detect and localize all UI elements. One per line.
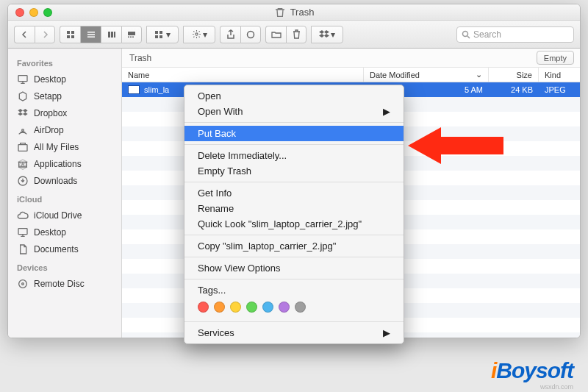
sidebar-item-airdrop[interactable]: AirDrop bbox=[8, 121, 121, 138]
tag-red[interactable] bbox=[198, 302, 209, 313]
menu-open[interactable]: Open bbox=[184, 88, 404, 104]
folder-icon bbox=[271, 30, 282, 39]
sidebar-item-remote-disc[interactable]: Remote Disc bbox=[8, 275, 121, 292]
svg-point-19 bbox=[248, 31, 254, 38]
arrange-icon bbox=[154, 30, 165, 39]
svg-rect-9 bbox=[114, 32, 115, 38]
col-date[interactable]: Date Modified⌄ bbox=[364, 68, 489, 82]
menu-put-back[interactable]: Put Back bbox=[184, 126, 404, 141]
sort-chevron-icon: ⌄ bbox=[476, 70, 482, 79]
columns-icon bbox=[107, 30, 116, 39]
menu-tags[interactable]: Tags... bbox=[184, 282, 404, 298]
tag-purple[interactable] bbox=[279, 302, 290, 313]
empty-trash-button[interactable]: Empty bbox=[537, 51, 574, 65]
apps-icon: A bbox=[17, 158, 29, 170]
col-kind[interactable]: Kind bbox=[539, 68, 580, 82]
dropbox-group: ▾ bbox=[311, 26, 343, 43]
svg-rect-2 bbox=[67, 35, 70, 38]
svg-rect-6 bbox=[87, 36, 95, 38]
list-view-button[interactable] bbox=[80, 26, 101, 43]
dropbox-button[interactable]: ▾ bbox=[311, 26, 343, 43]
svg-point-18 bbox=[195, 33, 197, 35]
sidebar-item-desktop[interactable]: Desktop bbox=[8, 71, 121, 88]
menu-services[interactable]: Services▶ bbox=[184, 325, 404, 341]
annotation-arrow-icon bbox=[408, 124, 503, 168]
chevron-right-icon bbox=[41, 31, 49, 38]
gallery-icon bbox=[127, 30, 136, 39]
trash-icon bbox=[274, 7, 286, 18]
svg-rect-26 bbox=[18, 228, 27, 234]
file-kind: JPEG bbox=[545, 85, 566, 94]
tag-yellow[interactable] bbox=[230, 302, 241, 313]
tag-gray[interactable] bbox=[295, 302, 306, 313]
tag-green[interactable] bbox=[246, 302, 257, 313]
menu-show-view-options[interactable]: Show View Options bbox=[184, 260, 404, 276]
arrange-group: ▾ bbox=[146, 26, 179, 43]
svg-point-22 bbox=[22, 129, 24, 131]
watermark: iBoysoft bbox=[491, 358, 573, 383]
tag-orange[interactable] bbox=[214, 302, 225, 313]
file-date: 5 AM bbox=[465, 85, 483, 94]
search-placeholder: Search bbox=[473, 29, 501, 40]
downloads-icon bbox=[17, 175, 29, 187]
menu-copy[interactable]: Copy "slim_laptop_carrier_2.jpg" bbox=[184, 238, 404, 254]
sidebar-item-dropbox[interactable]: Dropbox bbox=[8, 104, 121, 121]
nav-buttons bbox=[14, 26, 55, 43]
sidebar-item-icloud-documents[interactable]: Documents bbox=[8, 240, 121, 257]
col-size[interactable]: Size bbox=[489, 68, 539, 82]
arrange-button[interactable]: ▾ bbox=[146, 26, 179, 43]
disc-icon bbox=[17, 278, 29, 290]
sidebar-item-icloud-drive[interactable]: iCloud Drive bbox=[8, 207, 121, 224]
column-view-button[interactable] bbox=[101, 26, 121, 43]
dropbox-icon bbox=[17, 107, 29, 119]
column-headers: Name Date Modified⌄ Size Kind bbox=[122, 68, 580, 82]
svg-rect-12 bbox=[130, 36, 132, 38]
sidebar-item-downloads[interactable]: Downloads bbox=[8, 172, 121, 189]
menu-empty-trash[interactable]: Empty Trash bbox=[184, 163, 404, 179]
new-folder-button[interactable] bbox=[265, 26, 286, 43]
sidebar-item-allfiles[interactable]: All My Files bbox=[8, 138, 121, 155]
sidebar-item-icloud-desktop[interactable]: Desktop bbox=[8, 224, 121, 240]
svg-marker-29 bbox=[408, 127, 503, 164]
documents-icon bbox=[17, 243, 29, 255]
file-name: slim_la bbox=[144, 85, 169, 94]
share-button[interactable] bbox=[220, 26, 240, 43]
col-name[interactable]: Name bbox=[122, 68, 364, 82]
list-icon bbox=[87, 30, 96, 39]
icon-view-button[interactable] bbox=[60, 26, 80, 43]
svg-point-27 bbox=[19, 279, 27, 288]
sidebar-item-applications[interactable]: AApplications bbox=[8, 155, 121, 172]
menu-quick-look[interactable]: Quick Look "slim_laptop_carrier_2.jpg" bbox=[184, 216, 404, 232]
tag-blue[interactable] bbox=[262, 302, 273, 313]
gallery-view-button[interactable] bbox=[121, 26, 142, 43]
svg-rect-8 bbox=[111, 32, 113, 38]
tags-button[interactable] bbox=[240, 26, 261, 43]
back-button[interactable] bbox=[14, 26, 35, 43]
menu-separator bbox=[184, 182, 404, 182]
search-field[interactable]: Search bbox=[456, 26, 574, 43]
action-button[interactable]: ▾ bbox=[183, 26, 215, 43]
file-thumb-icon bbox=[128, 85, 140, 94]
svg-rect-21 bbox=[18, 75, 27, 81]
sidebar-section-devices: Devices bbox=[8, 257, 121, 275]
action-group: ▾ bbox=[183, 26, 215, 43]
grid-icon bbox=[66, 30, 75, 39]
svg-point-20 bbox=[463, 31, 468, 36]
svg-rect-17 bbox=[159, 35, 162, 38]
menu-open-with[interactable]: Open With▶ bbox=[184, 104, 404, 119]
toolbar: ▾ ▾ ▾ bbox=[8, 21, 580, 49]
tag-icon bbox=[246, 30, 255, 39]
svg-rect-13 bbox=[132, 36, 134, 38]
delete-button[interactable] bbox=[286, 26, 306, 43]
svg-rect-14 bbox=[155, 31, 158, 34]
share-icon bbox=[226, 29, 235, 40]
menu-separator bbox=[184, 122, 404, 123]
desktop-icon bbox=[17, 74, 29, 85]
menu-delete-immediately[interactable]: Delete Immediately... bbox=[184, 148, 404, 163]
menu-separator bbox=[184, 144, 404, 145]
icloud-icon bbox=[17, 210, 29, 221]
forward-button[interactable] bbox=[35, 26, 55, 43]
menu-rename[interactable]: Rename bbox=[184, 201, 404, 216]
sidebar-item-setapp[interactable]: Setapp bbox=[8, 88, 121, 104]
menu-get-info[interactable]: Get Info bbox=[184, 185, 404, 201]
